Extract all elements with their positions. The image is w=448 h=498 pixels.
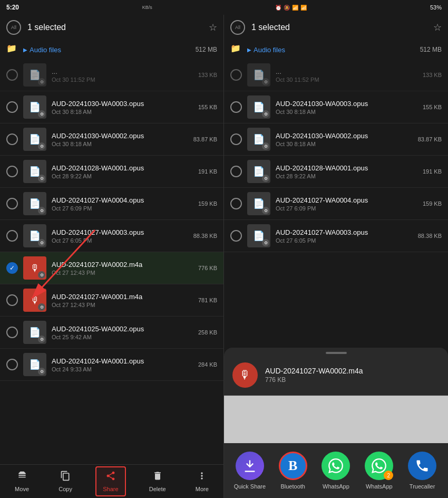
delete-button[interactable]: Delete (143, 467, 172, 495)
file-checkbox[interactable] (6, 133, 18, 145)
expand-icon-right: ▶ (247, 47, 251, 53)
share-label: Share (103, 486, 118, 492)
file-checkbox[interactable] (230, 230, 242, 242)
table-row[interactable]: 📄 ⚙ AUD-20241030-WA0002.opus Oct 30 8:18… (224, 123, 448, 156)
more-button[interactable]: More (189, 467, 215, 495)
more-label: More (196, 486, 209, 492)
file-date: Oct 24 9:33 AM (52, 366, 194, 372)
badge-icon: ⚙ (262, 207, 269, 214)
whatsapp1-label: WhatsApp (323, 483, 349, 490)
table-row[interactable]: 📄 ⚙ AUD-20241027-WA0004.opus Oct 27 6:09… (0, 188, 223, 220)
table-row[interactable]: 📄 ⚙ AUD-20241028-WA0001.opus Oct 28 9:22… (224, 156, 448, 188)
table-row[interactable]: 📄 ⚙ AUD-20241030-WA0003.opus Oct 30 8:18… (0, 91, 223, 123)
copy-label: Copy (59, 486, 72, 492)
quick-share-icon (236, 452, 264, 480)
badge-icon: ⚙ (38, 78, 45, 85)
app-item-bluetooth[interactable]: B Bluetooth (274, 452, 313, 490)
file-info: ... Oct 30 11:52 PM (52, 68, 194, 83)
table-row[interactable]: 📄 ⚙ AUD-20241027-WA0004.opus Oct 27 6:09… (224, 188, 448, 220)
left-star-icon[interactable]: ☆ (209, 22, 217, 33)
status-time: 5:20 (6, 4, 19, 11)
table-row[interactable]: 🎙 ⚙ AUD-20241027-WA0001.m4a Oct 27 12:43… (0, 284, 223, 317)
share-icon (105, 471, 116, 484)
app-item-truecaller[interactable]: Truecaller (403, 452, 442, 490)
file-size: 776 KB (198, 265, 217, 271)
file-date: Oct 27 6:09 PM (276, 205, 418, 212)
file-date: Oct 28 9:22 AM (276, 173, 418, 179)
all-label-left: All (11, 25, 16, 30)
file-checkbox[interactable] (230, 133, 242, 145)
file-checkbox[interactable] (230, 166, 242, 177)
file-checkbox[interactable] (6, 101, 18, 113)
file-size: 159 KB (198, 200, 217, 207)
file-checkbox[interactable] (230, 101, 242, 113)
right-star-icon[interactable]: ☆ (433, 22, 442, 33)
app-item-whatsapp1[interactable]: WhatsApp (317, 452, 356, 490)
file-checkbox-selected[interactable]: ✓ (6, 262, 18, 274)
file-checkbox[interactable] (6, 327, 18, 338)
right-audio-files-row[interactable]: 📁 ▶ Audio files 512 MB (224, 40, 448, 59)
table-row[interactable]: 📄 ⚙ ... Oct 30 11:52 PM 133 KB (224, 59, 448, 91)
file-name: ... (52, 68, 194, 75)
whatsapp2-label: WhatsApp (366, 483, 393, 490)
file-size: 155 KB (198, 104, 217, 110)
badge-icon: ⚙ (38, 271, 45, 279)
sheet-file-size: 776 KB (265, 376, 363, 384)
file-info: AUD-20241027-WA0004.opus Oct 27 6:09 PM (276, 196, 418, 212)
table-row[interactable]: 📄 ⚙ AUD-20241027-WA0003.opus Oct 27 6:05… (224, 220, 448, 252)
file-checkbox[interactable] (6, 294, 18, 306)
table-row[interactable]: 📄 ⚙ AUD-20241030-WA0003.opus Oct 30 8:18… (224, 91, 448, 123)
file-checkbox[interactable] (6, 359, 18, 370)
file-date: Oct 27 12:43 PM (52, 270, 194, 276)
table-row[interactable]: 📄 ⚙ AUD-20241024-WA0001.opus Oct 24 9:33… (0, 349, 223, 381)
left-audio-files-row[interactable]: 📁 ▶ Audio files 512 MB (0, 40, 223, 59)
table-row[interactable]: 📄 ⚙ AUD-20241028-WA0001.opus Oct 28 9:22… (0, 156, 223, 188)
whatsapp2-badge: 2 (384, 471, 393, 480)
table-row[interactable]: 📄 ⚙ ... Oct 30 11:52 PM 133 KB (0, 59, 223, 91)
select-all-left[interactable]: All (6, 20, 21, 35)
file-name: ... (276, 68, 418, 75)
file-thumbnail: 📄 ⚙ (247, 95, 270, 119)
file-date: Oct 30 8:18 AM (276, 141, 414, 147)
table-row[interactable]: 📄 ⚙ AUD-20241025-WA0002.opus Oct 25 9:42… (0, 317, 223, 349)
left-panel-header: All 1 selected ☆ (0, 15, 223, 40)
expand-icon-left: ▶ (23, 47, 27, 53)
mute-icon: 🔕 (284, 5, 290, 11)
app-item-quickshare[interactable]: Quick Share (230, 452, 269, 490)
file-checkbox[interactable] (6, 230, 18, 242)
file-name: AUD-20241027-WA0003.opus (276, 228, 414, 236)
file-size: 155 KB (423, 104, 442, 110)
file-checkbox[interactable] (230, 69, 242, 81)
badge-icon: ⚙ (262, 175, 269, 182)
file-size: 83.87 KB (418, 136, 442, 142)
all-label-right: All (235, 25, 240, 30)
table-row[interactable]: 📄 ⚙ AUD-20241027-WA0003.opus Oct 27 6:05… (0, 220, 223, 252)
file-name: AUD-20241030-WA0002.opus (276, 132, 414, 140)
file-info: AUD-20241027-WA0001.m4a Oct 27 12:43 PM (52, 293, 194, 308)
move-button[interactable]: Move (8, 467, 35, 495)
file-checkbox[interactable] (6, 69, 18, 81)
left-file-list: 📄 ⚙ ... Oct 30 11:52 PM 133 KB 📄 ⚙ AUD-2… (0, 59, 223, 464)
share-button[interactable]: Share (95, 466, 125, 496)
whatsapp1-icon (322, 452, 350, 480)
bluetooth-label: Bluetooth (280, 483, 305, 490)
delete-icon (152, 471, 163, 484)
badge-icon: ⚙ (38, 336, 45, 343)
file-thumbnail: 📄 ⚙ (247, 63, 270, 87)
audio-files-label-right: Audio files (254, 46, 420, 54)
file-checkbox[interactable] (6, 198, 18, 209)
signal-icon: 📶 (300, 5, 307, 11)
app-item-whatsapp2[interactable]: 2 WhatsApp (359, 452, 398, 490)
copy-button[interactable]: Copy (52, 467, 79, 495)
file-thumbnail: 📄 ⚙ (23, 95, 46, 119)
select-all-right[interactable]: All (230, 20, 245, 35)
file-info: AUD-20241030-WA0002.opus Oct 30 8:18 AM (276, 132, 414, 147)
file-checkbox[interactable] (230, 198, 242, 209)
quick-share-label: Quick Share (234, 483, 266, 490)
right-file-list: 📄 ⚙ ... Oct 30 11:52 PM 133 KB 📄 ⚙ AUD-2… (224, 59, 448, 291)
file-date: Oct 25 9:42 AM (52, 334, 194, 340)
file-checkbox[interactable] (6, 166, 18, 177)
badge-icon: ⚙ (262, 78, 269, 85)
table-row[interactable]: ✓ 🎙 ⚙ AUD-20241027-WA0002.m4a Oct 27 12:… (0, 252, 223, 284)
table-row[interactable]: 📄 ⚙ AUD-20241030-WA0002.opus Oct 30 8:18… (0, 123, 223, 156)
